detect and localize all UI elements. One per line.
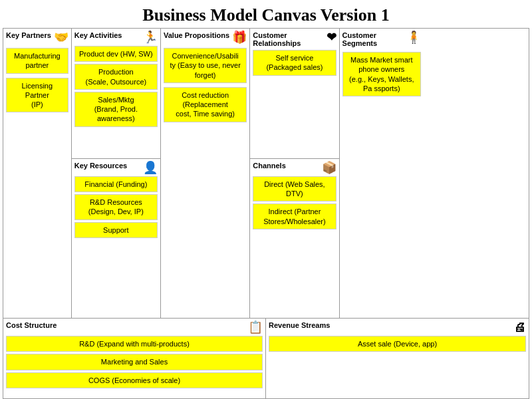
customer-rel-col: Customer Relationships ❤ Self service (P…: [250, 29, 339, 318]
list-item: Financial (Funding): [74, 176, 158, 192]
value-propositions-header: Value Propositions 🎁: [164, 31, 247, 43]
key-partners-cell: Key Partners 🤝 Manufacturing partner Lic…: [3, 29, 72, 318]
list-item: Licensing Partner(IP): [6, 78, 68, 113]
key-resources-icon: 👤: [143, 162, 158, 174]
customer-segments-header: Customer Segments 🧍: [342, 31, 421, 47]
list-item: Product dev (HW, SW): [74, 46, 158, 62]
channels-label: Channels: [253, 162, 286, 170]
channels-cell: Channels 📦 Direct (Web Sales, DTV) Indir…: [250, 159, 338, 318]
list-item: COGS (Economies of scale): [6, 372, 263, 388]
top-section: Key Partners 🤝 Manufacturing partner Lic…: [3, 29, 529, 319]
customer-rel-label: Customer Relationships: [253, 31, 326, 47]
channels-icon: 📦: [322, 162, 336, 174]
key-partners-header: Key Partners 🤝: [6, 31, 68, 43]
revenue-streams-icon: 🖨: [514, 321, 526, 333]
key-resources-header: Key Resources 👤: [74, 162, 158, 174]
customer-rel-header: Customer Relationships ❤: [253, 31, 336, 47]
canvas-grid: Key Partners 🤝 Manufacturing partner Lic…: [3, 28, 529, 399]
list-item: Support: [74, 222, 158, 238]
revenue-streams-label: Revenue Streams: [269, 321, 330, 329]
customer-seg-icon: 🧍: [406, 31, 421, 43]
page-title: Business Model Canvas Version 1: [0, 0, 532, 28]
cost-structure-cell: Cost Structure 📋 R&D (Expand with multi-…: [3, 319, 266, 398]
list-item: Direct (Web Sales, DTV): [253, 176, 336, 202]
key-partners-label: Key Partners: [6, 31, 51, 39]
list-item: Manufacturing partner: [6, 48, 68, 74]
list-item: R&D Resources(Design, Dev, IP): [74, 194, 158, 220]
key-activities-col: Key Activities 🏃 Product dev (HW, SW) Pr…: [72, 29, 161, 318]
list-item: Production(Scale, Outsource): [74, 64, 158, 90]
key-activities-icon: 🏃: [143, 31, 158, 43]
revenue-streams-cell: Revenue Streams 🖨 Asset sale (Device, ap…: [266, 319, 529, 398]
list-item: Self service (Packaged sales): [253, 50, 336, 76]
list-item: Cost reduction(Replacementcost, Time sav…: [164, 87, 247, 122]
channels-header: Channels 📦: [253, 162, 336, 174]
list-item: Indirect (Partner Stores/Wholesaler): [253, 203, 336, 229]
cost-structure-icon: 📋: [248, 321, 263, 333]
value-propositions-label: Value Propositions: [164, 31, 229, 39]
value-prop-icon: 🎁: [232, 31, 247, 43]
customer-segments-label: Customer Segments: [342, 31, 406, 47]
list-item: Asset sale (Device, app): [269, 336, 526, 352]
key-partners-icon: 🤝: [54, 31, 68, 43]
customer-rel-icon: ❤: [327, 31, 336, 43]
key-activities-cell: Key Activities 🏃 Product dev (HW, SW) Pr…: [72, 29, 160, 159]
bottom-section: Cost Structure 📋 R&D (Expand with multi-…: [3, 319, 529, 398]
key-activities-label: Key Activities: [74, 31, 122, 39]
cost-structure-label: Cost Structure: [6, 321, 57, 329]
list-item: Mass Market smart phone owners(e.g., Key…: [342, 52, 421, 96]
list-item: Sales/Mktg(Brand, Prod.awareness): [74, 92, 158, 127]
key-resources-cell: Key Resources 👤 Financial (Funding) R&D …: [72, 159, 160, 318]
list-item: Marketing and Sales: [6, 354, 263, 370]
cost-structure-header: Cost Structure 📋: [6, 321, 263, 333]
list-item: R&D (Expand with multi-products): [6, 336, 263, 352]
list-item: Convenience/Usabili ty (Easy to use, nev…: [164, 48, 247, 83]
business-model-canvas: Business Model Canvas Version 1 Key Part…: [0, 0, 532, 399]
customer-relationships-cell: Customer Relationships ❤ Self service (P…: [250, 29, 338, 159]
key-resources-label: Key Resources: [74, 162, 128, 170]
revenue-streams-header: Revenue Streams 🖨: [269, 321, 526, 333]
customer-segments-cell: Customer Segments 🧍 Mass Market smart ph…: [340, 29, 424, 318]
key-activities-header: Key Activities 🏃: [74, 31, 158, 43]
value-propositions-cell: Value Propositions 🎁 Convenience/Usabili…: [161, 29, 250, 318]
